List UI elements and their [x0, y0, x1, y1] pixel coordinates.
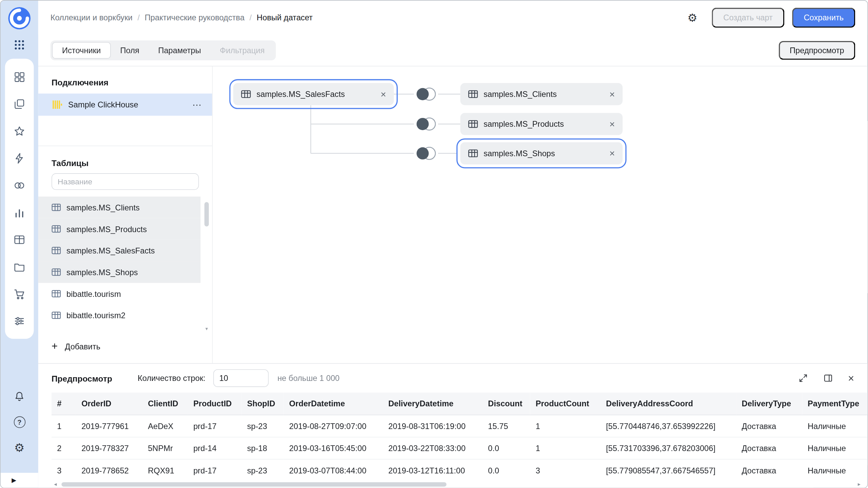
table-list-item[interactable]: samples.MS_Clients: [38, 197, 201, 218]
table-node-shops[interactable]: samples.MS_Shops ×: [460, 142, 623, 164]
dock-preview-icon[interactable]: [823, 373, 833, 383]
table-list-item[interactable]: bibattle.tourism2: [38, 305, 201, 326]
settings-icon[interactable]: ⚙: [14, 442, 25, 453]
content: Подключения Sample ClickHouse ⋯ Таблицы: [38, 66, 868, 364]
tables-scrollbar[interactable]: ▾: [204, 198, 209, 331]
tab-parameters[interactable]: Параметры: [149, 42, 211, 59]
connection-item[interactable]: Sample ClickHouse ⋯: [38, 94, 212, 116]
collections-icon[interactable]: [5, 90, 34, 117]
breadcrumb-guides[interactable]: Практические руководства: [145, 13, 244, 22]
tables-title: Таблицы: [38, 146, 212, 173]
join-type-icon[interactable]: [414, 86, 438, 102]
table-list-item[interactable]: [38, 326, 201, 333]
table-name: samples.MS_SalesFacts: [66, 246, 155, 255]
join-type-icon[interactable]: [414, 145, 438, 162]
dataset-settings-gear-icon[interactable]: ⚙: [687, 11, 697, 24]
table-cell: prd-17: [188, 459, 241, 480]
connection-name: Sample ClickHouse: [68, 100, 138, 109]
remove-table-icon[interactable]: ×: [609, 149, 615, 158]
table-cell: 15.75: [482, 415, 530, 437]
add-table-button[interactable]: + Добавить: [38, 333, 212, 360]
remove-table-icon[interactable]: ×: [380, 89, 386, 99]
table-search-input[interactable]: [52, 173, 199, 190]
notifications-icon[interactable]: [13, 390, 25, 403]
services-icon[interactable]: [5, 307, 34, 334]
save-button[interactable]: Сохранить: [792, 8, 855, 28]
preview-header-row: # OrderID ClientID ProductID ShopID Orde…: [52, 392, 867, 415]
table-cell: 2019-03-16T05:45:00: [283, 437, 382, 459]
marketplace-icon[interactable]: [5, 280, 34, 307]
remove-table-icon[interactable]: ×: [609, 89, 615, 99]
table-list-item[interactable]: samples.MS_Products: [38, 218, 201, 240]
table-cell: 2019-08-27T09:07:00: [283, 415, 382, 437]
tabsbar: Источники Поля Параметры Фильтрация Пред…: [38, 35, 868, 66]
tab-fields[interactable]: Поля: [111, 42, 149, 59]
tab-sources[interactable]: Источники: [52, 42, 111, 59]
node-label: samples.MS_Clients: [484, 90, 557, 99]
table-name: samples.MS_Products: [66, 224, 147, 233]
table-icon: [52, 224, 61, 234]
apps-grid-icon[interactable]: [13, 38, 26, 52]
preview-toggle-button[interactable]: Предпросмотр: [778, 41, 855, 60]
row-count-input[interactable]: [213, 369, 269, 387]
table-cell: Доставка: [736, 415, 802, 437]
help-icon[interactable]: ?: [14, 416, 25, 428]
dashboards-icon[interactable]: [5, 63, 34, 90]
join-lines: [213, 66, 866, 364]
join-type-icon[interactable]: [414, 116, 438, 132]
sources-panel: Подключения Sample ClickHouse ⋯ Таблицы: [38, 66, 213, 364]
datalens-logo-icon[interactable]: [7, 5, 32, 31]
expand-strip: ▶: [1, 473, 38, 488]
breadcrumb-collections[interactable]: Коллекции и воркбуки: [51, 13, 133, 22]
expand-sidebar-icon[interactable]: ▶: [12, 477, 16, 484]
scroll-left-icon[interactable]: ◂: [52, 481, 59, 487]
sidebar-bottom: ? ⚙: [13, 390, 25, 453]
expand-preview-icon[interactable]: [798, 373, 808, 383]
scroll-down-icon[interactable]: ▾: [204, 326, 209, 331]
scrollbar-thumb[interactable]: [61, 482, 446, 486]
table-icon: [52, 246, 61, 255]
scroll-right-icon[interactable]: ▸: [855, 481, 863, 487]
table-list-item[interactable]: samples.MS_SalesFacts: [38, 240, 201, 261]
table-list-item[interactable]: samples.MS_Shops: [38, 261, 201, 283]
table-cell: 3: [530, 459, 600, 480]
table-cell: 2019-778652: [76, 459, 142, 480]
table-icon: [241, 89, 251, 99]
horizontal-scrollbar[interactable]: ◂ ▸: [52, 481, 863, 487]
scrollbar-track[interactable]: [59, 482, 855, 486]
table-name: samples.MS_Clients: [66, 203, 140, 212]
storage-icon[interactable]: [5, 253, 34, 280]
table-node-salesfacts[interactable]: samples.MS_SalesFacts ×: [233, 83, 394, 105]
table-icon: [52, 311, 61, 320]
preview-table-wrap: # OrderID ClientID ProductID ShopID Orde…: [52, 392, 867, 480]
table-cell: Доставка: [736, 459, 802, 480]
connections-icon[interactable]: [5, 144, 34, 171]
create-chart-button[interactable]: Создать чарт: [712, 8, 784, 28]
breadcrumb-current: Новый датасет: [257, 13, 313, 22]
preview-title: Предпросмотр: [52, 373, 112, 383]
scrollbar-thumb[interactable]: [204, 202, 209, 226]
preview-header: Предпросмотр Количество строк: не больше…: [38, 364, 868, 392]
connection-menu-icon[interactable]: ⋯: [192, 99, 202, 110]
tables-icon[interactable]: [5, 226, 34, 253]
preview-table: # OrderID ClientID ProductID ShopID Orde…: [52, 392, 867, 480]
tab-filtering[interactable]: Фильтрация: [210, 42, 274, 59]
column-header: OrderDatetime: [283, 392, 382, 415]
table-cell: Наличные: [802, 437, 868, 459]
add-table-label: Добавить: [65, 342, 100, 351]
preview-panel: Предпросмотр Количество строк: не больше…: [38, 363, 868, 488]
charts-icon[interactable]: [5, 199, 34, 226]
column-header: PaymentType: [802, 392, 868, 415]
remove-table-icon[interactable]: ×: [609, 119, 615, 129]
table-node-products[interactable]: samples.MS_Products ×: [460, 113, 623, 135]
favorites-icon[interactable]: [5, 117, 34, 144]
table-cell: 2019-778327: [76, 437, 142, 459]
tables-list: ▾ samples.MS_Clients samples.MS_Prod: [38, 197, 212, 333]
column-header: ProductCount: [530, 392, 600, 415]
close-preview-icon[interactable]: ×: [848, 373, 854, 383]
table-list-item[interactable]: bibattle.tourism: [38, 283, 201, 305]
table-node-clients[interactable]: samples.MS_Clients ×: [460, 83, 623, 105]
datasets-icon[interactable]: [5, 171, 34, 199]
node-label: samples.MS_Products: [484, 120, 564, 128]
table-cell: 1: [530, 437, 600, 459]
